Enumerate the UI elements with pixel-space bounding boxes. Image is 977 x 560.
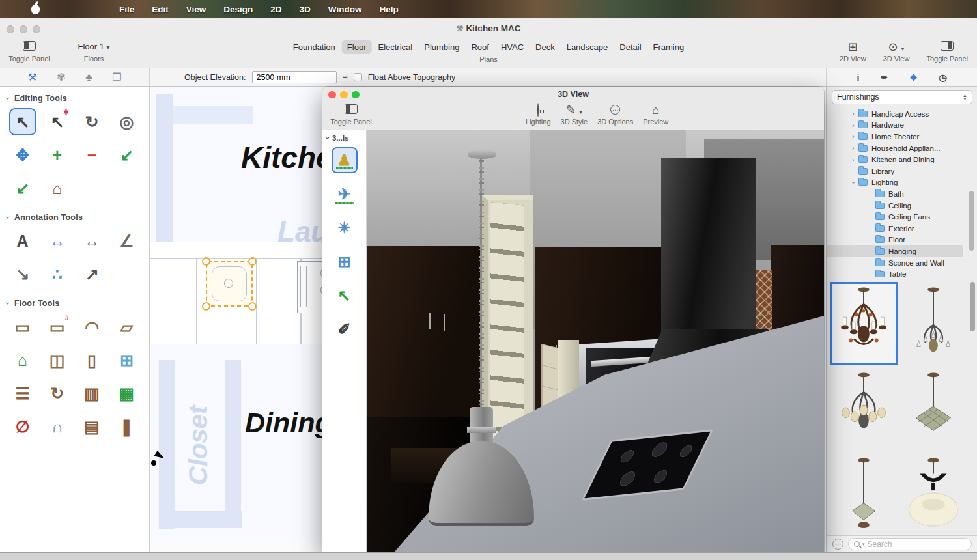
- section-header-annotation-tools[interactable]: ›Annotation Tools: [0, 208, 149, 225]
- build-tools-tab[interactable]: ⚒: [27, 71, 36, 83]
- remove-object-tool[interactable]: −: [78, 141, 106, 169]
- rotate-tool[interactable]: ↻: [78, 108, 106, 135]
- landscape-tools-tab[interactable]: ♣: [85, 72, 92, 83]
- accurate-position-tool[interactable]: ⌂: [44, 175, 71, 202]
- floor-plan-view-tool[interactable]: ⊞: [332, 249, 358, 275]
- point-marker-tool[interactable]: ∴: [44, 260, 71, 288]
- plan-tab-floor[interactable]: Floor: [342, 40, 372, 54]
- selected-sink-object[interactable]: [206, 261, 253, 307]
- tree-item-ceiling[interactable]: Ceiling: [827, 200, 977, 212]
- section-header-editing-tools[interactable]: ›Editing Tools: [0, 89, 149, 106]
- break-wall-tool[interactable]: ◫: [44, 346, 71, 374]
- flyover-tool[interactable]: ✈: [332, 181, 358, 207]
- window-tool[interactable]: ⊞: [113, 346, 140, 374]
- plan-tab-framing[interactable]: Framing: [648, 40, 690, 54]
- 3d-render-viewport[interactable]: [367, 130, 824, 552]
- interior-dimension-tool[interactable]: ↔: [44, 227, 71, 255]
- 3d-view-button[interactable]: ⊙ ▾ 3D View: [883, 40, 910, 63]
- chevron-icon[interactable]: ›: [850, 145, 857, 152]
- curved-wall-tool[interactable]: ◠: [78, 313, 106, 341]
- door-tool[interactable]: ▯: [78, 346, 106, 374]
- menu-item-edit[interactable]: Edit: [152, 5, 169, 14]
- 3d-view-window[interactable]: 3D View Toggle Panel Lighting ✎ ▾ 3D Sty…: [322, 87, 824, 552]
- preview-button[interactable]: ⌂ Preview: [643, 104, 668, 126]
- toggle-panel-left-button[interactable]: Toggle Panel: [8, 40, 51, 63]
- menu-item-window[interactable]: Window: [328, 5, 362, 14]
- tree-item-kitchen-and-dining[interactable]: ›Kitchen and Dining: [827, 154, 977, 165]
- thumbnail-dome-pendant[interactable]: [899, 453, 967, 535]
- orbit-view-tool[interactable]: ✴: [332, 215, 358, 241]
- more-options-button[interactable]: ⋯: [832, 539, 843, 550]
- info-tab[interactable]: i: [857, 72, 860, 83]
- plan-tab-detail[interactable]: Detail: [614, 40, 646, 54]
- eyedropper-tool[interactable]: ✐: [332, 316, 358, 343]
- chevron-icon[interactable]: ›: [324, 137, 331, 139]
- toggle-panel-right-button[interactable]: Toggle Panel: [926, 40, 968, 63]
- stairs-tool[interactable]: ☰: [9, 380, 36, 407]
- 3d-options-button[interactable]: ⋯ 3D Options: [597, 104, 633, 126]
- thumbnail-crystal-rod-chandelier[interactable]: [899, 282, 967, 365]
- tree-item-table[interactable]: Table: [827, 268, 977, 279]
- tree-item-library[interactable]: Library: [827, 165, 977, 177]
- plan-tab-landscape[interactable]: Landscape: [561, 40, 614, 54]
- design-tools-tab[interactable]: ✾: [57, 71, 65, 83]
- angular-dimension-tool[interactable]: ∠: [113, 227, 140, 255]
- thumbnail-square-shade-pendant[interactable]: [899, 367, 967, 451]
- menu-item-2d[interactable]: 2D: [270, 5, 281, 14]
- plan-tab-hvac[interactable]: HVAC: [496, 40, 529, 54]
- library-category-select[interactable]: Furnishings ▲▼: [832, 90, 972, 104]
- elevation-list-icon[interactable]: ≡: [343, 72, 348, 83]
- similar-select-tool[interactable]: ↖✱: [44, 108, 71, 135]
- thumbnail-ornate-bronze-chandelier[interactable]: [830, 282, 898, 365]
- chamfer-corner-tool[interactable]: ↙: [9, 175, 36, 202]
- object-elevation-input[interactable]: [252, 71, 337, 83]
- menu-item-help[interactable]: Help: [379, 5, 398, 14]
- annotate-pen-tab[interactable]: ✒: [881, 72, 888, 83]
- menu-item-design[interactable]: Design: [223, 5, 253, 14]
- wall-tool[interactable]: ▭: [9, 313, 36, 341]
- zoom-window-button[interactable]: [352, 91, 360, 99]
- apple-menu-icon[interactable]: [31, 5, 40, 14]
- menu-item-file[interactable]: File: [119, 5, 134, 14]
- remove-floor-material-tool[interactable]: ∅: [9, 413, 36, 440]
- render-select-tool[interactable]: ↖: [332, 283, 358, 309]
- 3d-toggle-panel-button[interactable]: Toggle Panel: [328, 104, 375, 126]
- recent-clock-tab[interactable]: ◷: [939, 72, 946, 83]
- plan-tab-deck[interactable]: Deck: [530, 40, 560, 54]
- pan-tool[interactable]: ✥: [9, 141, 36, 169]
- search-input[interactable]: ▾ Search: [848, 538, 972, 550]
- tree-item-home-theater[interactable]: ›Home Theater: [827, 131, 977, 143]
- tree-item-ceiling-fans[interactable]: Ceiling Fans: [827, 211, 977, 223]
- floors-dropdown[interactable]: Floor 1 ▾ Floors: [63, 42, 125, 63]
- library-box-tab[interactable]: ❒: [112, 71, 121, 83]
- thumbnails-scrollbar[interactable]: [970, 282, 975, 331]
- furnishings-tab[interactable]: ❖: [909, 72, 918, 83]
- tree-item-household-applian-[interactable]: ›Household Applian...: [827, 143, 977, 154]
- chevron-icon[interactable]: ›: [850, 156, 857, 163]
- plan-tab-roof[interactable]: Roof: [466, 40, 494, 54]
- plan-tab-plumbing[interactable]: Plumbing: [419, 40, 464, 54]
- tree-item-floor[interactable]: Floor: [827, 234, 977, 246]
- minimize-window-button[interactable]: [340, 91, 348, 99]
- plan-horizontal-scrollbar[interactable]: [150, 542, 323, 552]
- 3d-style-button[interactable]: ✎ ▾ 3D Style: [561, 104, 588, 126]
- thumbnail-mini-lattice-pendant[interactable]: [830, 453, 898, 535]
- tree-item-bath[interactable]: Bath: [827, 188, 977, 200]
- column-tool[interactable]: ❚: [113, 413, 140, 440]
- add-floor-tool[interactable]: ⌂: [9, 346, 36, 374]
- menu-item-3d[interactable]: 3D: [300, 5, 311, 14]
- dimension-tool[interactable]: ↔: [78, 227, 106, 255]
- select-tool[interactable]: ↖: [9, 108, 36, 135]
- tree-item-hardware[interactable]: ›Hardware: [827, 120, 977, 132]
- fillet-corner-tool[interactable]: ↙: [113, 141, 140, 169]
- walkthrough-tool[interactable]: ♟: [332, 147, 358, 173]
- tree-item-hanging[interactable]: Hanging: [827, 245, 963, 257]
- arrow-tool[interactable]: ↗: [78, 260, 106, 288]
- 2d-view-button[interactable]: ⊞ 2D View: [840, 40, 866, 63]
- tree-item-lighting[interactable]: ›Lighting: [827, 177, 977, 189]
- plan-tab-foundation[interactable]: Foundation: [288, 40, 341, 54]
- railing-tool[interactable]: ▥: [78, 380, 106, 407]
- cabinet-tool[interactable]: ▤: [78, 413, 106, 440]
- zoom-tool[interactable]: ◎: [113, 108, 140, 135]
- wall-segment-tool[interactable]: ▱: [113, 313, 140, 341]
